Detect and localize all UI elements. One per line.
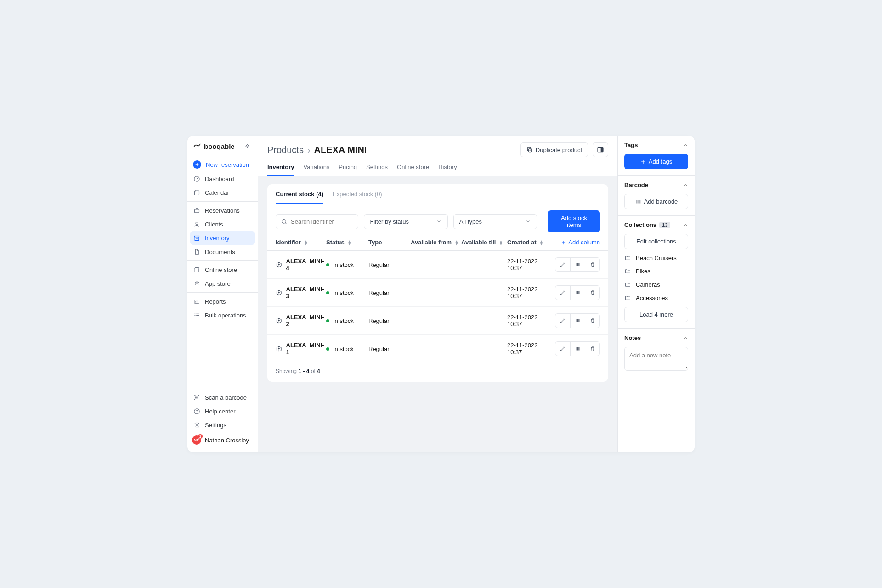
row-type: Regular <box>368 317 390 324</box>
collection-item[interactable]: Beach Cruisers <box>624 254 688 261</box>
search-input[interactable] <box>276 214 358 229</box>
barcode-row-button[interactable] <box>570 286 585 300</box>
add-column-button[interactable]: Add column <box>561 239 600 246</box>
subtab-expected-stock[interactable]: Expected stock (0) <box>333 191 382 204</box>
sidebar-item-clients[interactable]: Clients <box>187 217 258 231</box>
panel-toggle-button[interactable] <box>593 142 608 157</box>
tab-inventory[interactable]: Inventory <box>267 164 294 176</box>
sidebar-item-reservations[interactable]: Reservations <box>187 204 258 217</box>
column-created-at[interactable]: Created at▲▼ <box>507 239 553 246</box>
svg-rect-1 <box>194 191 199 195</box>
delete-row-button[interactable] <box>585 342 599 356</box>
search-icon <box>280 218 288 225</box>
nav-label: Bulk operations <box>205 312 246 319</box>
barcode-row-button[interactable] <box>570 258 585 271</box>
chevron-double-left-icon <box>244 143 251 149</box>
add-barcode-button[interactable]: Add barcode <box>624 194 688 209</box>
cube-icon <box>276 317 283 324</box>
edit-row-button[interactable] <box>555 314 570 328</box>
right-panel: Tags Add tags Barcode Add barcode Collec… <box>617 136 695 452</box>
notes-title: Notes <box>624 334 641 341</box>
subtab-current-stock[interactable]: Current stock (4) <box>276 191 323 204</box>
edit-row-button[interactable] <box>555 258 570 271</box>
collections-count-badge: 13 <box>659 222 670 228</box>
add-stock-items-button[interactable]: Add stock items <box>548 210 600 232</box>
sidebar-item-calendar[interactable]: Calendar <box>187 186 258 199</box>
help-center-button[interactable]: Help center <box>187 404 258 418</box>
copy-icon <box>526 147 533 153</box>
column-available-till[interactable]: Available till▲▼ <box>461 239 507 246</box>
column-type[interactable]: Type <box>368 239 411 246</box>
barcode-section-header[interactable]: Barcode <box>618 176 695 194</box>
filter-status-label: Filter by status <box>370 218 409 225</box>
tab-online-store[interactable]: Online store <box>397 164 429 176</box>
sidebar-item-inventory[interactable]: Inventory <box>190 231 255 245</box>
sort-icon: ▲▼ <box>304 240 308 245</box>
user-menu[interactable]: NC 1 Nathan Crossley <box>187 432 258 448</box>
column-available-from[interactable]: Available from▲▼ <box>411 239 461 246</box>
collapse-sidebar-button[interactable] <box>243 141 252 151</box>
delete-row-button[interactable] <box>585 258 599 271</box>
collection-item[interactable]: Accessories <box>624 294 688 301</box>
tags-section-header[interactable]: Tags <box>618 136 695 154</box>
column-identifier[interactable]: Identifier▲▼ <box>276 239 326 246</box>
duplicate-product-button[interactable]: Duplicate product <box>520 142 588 157</box>
collection-item[interactable]: Bikes <box>624 268 688 275</box>
folder-icon <box>624 268 631 275</box>
table-row[interactable]: ALEXA_MINI-2 In stock Regular 22-11-2022… <box>267 307 608 335</box>
scan-label: Scan a barcode <box>205 394 247 401</box>
settings-button[interactable]: Settings <box>187 418 258 432</box>
delete-row-button[interactable] <box>585 286 599 300</box>
collection-item[interactable]: Cameras <box>624 281 688 288</box>
new-reservation-button[interactable]: New reservation <box>187 157 258 172</box>
notes-section-header[interactable]: Notes <box>618 329 695 347</box>
trash-icon <box>589 317 596 324</box>
barcode-row-button[interactable] <box>570 342 585 356</box>
svg-point-7 <box>196 424 198 426</box>
page-header: Products › ALEXA MINI Duplicate product … <box>258 136 617 176</box>
tab-pricing[interactable]: Pricing <box>339 164 357 176</box>
nav-label: Calendar <box>205 189 229 196</box>
tab-history[interactable]: History <box>438 164 457 176</box>
sidebar-item-app-store[interactable]: App store <box>187 277 258 290</box>
add-tags-button[interactable]: Add tags <box>624 154 688 169</box>
brand-logo[interactable]: booqable <box>193 142 235 150</box>
barcode-row-button[interactable] <box>570 314 585 328</box>
pencil-icon <box>560 289 566 296</box>
scan-barcode-button[interactable]: Scan a barcode <box>187 390 258 404</box>
tab-variations[interactable]: Variations <box>304 164 330 176</box>
sort-icon: ▲▼ <box>498 240 503 245</box>
edit-collections-button[interactable]: Edit collections <box>624 234 688 249</box>
duplicate-label: Duplicate product <box>536 147 582 153</box>
cube-icon <box>276 289 283 296</box>
collections-section-header[interactable]: Collections 13 <box>618 216 695 234</box>
column-status[interactable]: Status▲▼ <box>326 239 368 246</box>
edit-row-button[interactable] <box>555 342 570 356</box>
filter-status-select[interactable]: Filter by status <box>364 214 447 229</box>
search-identifier-field[interactable] <box>276 214 358 229</box>
table-row[interactable]: ALEXA_MINI-4 In stock Regular 22-11-2022… <box>267 251 608 279</box>
notes-textarea[interactable] <box>624 347 688 371</box>
row-identifier: ALEXA_MINI-3 <box>286 286 326 300</box>
row-status: In stock <box>333 289 354 296</box>
scan-icon <box>193 394 200 401</box>
tab-settings[interactable]: Settings <box>366 164 388 176</box>
table-row[interactable]: ALEXA_MINI-3 In stock Regular 22-11-2022… <box>267 279 608 307</box>
list-icon <box>193 311 200 319</box>
load-more-collections-button[interactable]: Load 4 more <box>624 307 688 322</box>
chevron-up-icon <box>683 335 688 341</box>
page-title: ALEXA MINI <box>314 145 367 155</box>
filter-type-select[interactable]: All types <box>453 214 537 229</box>
collection-label: Bikes <box>636 268 650 275</box>
sidebar-item-dashboard[interactable]: Dashboard <box>187 172 258 186</box>
edit-row-button[interactable] <box>555 286 570 300</box>
sidebar-item-reports[interactable]: Reports <box>187 294 258 308</box>
breadcrumb-parent[interactable]: Products <box>267 145 304 155</box>
nav-label: Reservations <box>205 207 240 214</box>
sidebar-item-documents[interactable]: Documents <box>187 245 258 259</box>
table-row[interactable]: ALEXA_MINI-1 In stock Regular 22-11-2022… <box>267 335 608 362</box>
status-dot <box>326 263 329 266</box>
sidebar-item-bulk[interactable]: Bulk operations <box>187 308 258 322</box>
sidebar-item-online-store[interactable]: Online store <box>187 263 258 277</box>
delete-row-button[interactable] <box>585 314 599 328</box>
